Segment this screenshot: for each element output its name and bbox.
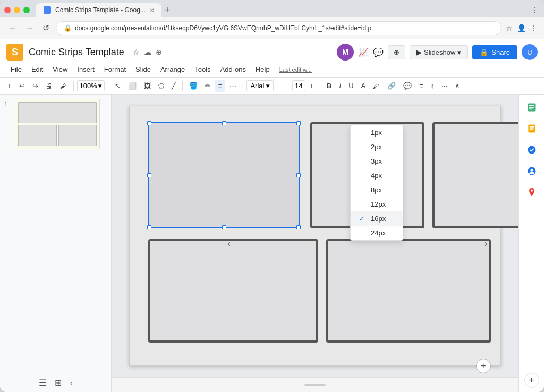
motion-icon[interactable]: M [337, 44, 354, 61]
cursor-tool[interactable]: ↖ [112, 80, 124, 92]
bookmark-icon[interactable]: ☆ [506, 24, 513, 32]
sidebar-tasks-icon[interactable] [523, 141, 540, 158]
back-button[interactable]: ← [6, 21, 19, 35]
close-button[interactable] [4, 7, 11, 13]
canvas-area: 1px 2px 3px 4px [112, 95, 518, 392]
weight-2px[interactable]: 2px [351, 140, 403, 154]
tab-close-icon[interactable]: ✕ [150, 7, 154, 13]
comic-panel-selected[interactable] [148, 122, 300, 228]
presentation-title[interactable]: Comic Strips Template [29, 47, 124, 58]
sidebar-contacts-icon[interactable] [523, 163, 540, 180]
more-button[interactable]: ··· [438, 80, 450, 92]
address-input[interactable]: 🔒 docs.google.com/presentation/d/1tkseqp… [56, 21, 502, 35]
italic-button[interactable]: I [336, 80, 345, 92]
canvas-prev-button[interactable]: ‹ [223, 234, 235, 253]
menu-format[interactable]: Format [100, 64, 130, 75]
reload-button[interactable]: ↺ [40, 21, 52, 35]
menu-addons[interactable]: Add-ons [216, 64, 250, 75]
zoom-control[interactable]: 100% ▾ [77, 80, 105, 91]
last-edit-link[interactable]: Last edit w... [279, 66, 312, 73]
svg-rect-3 [529, 109, 533, 110]
canvas-next-button[interactable]: › [480, 234, 492, 253]
bold-button[interactable]: B [324, 80, 335, 92]
border-weight-button[interactable]: ≡ [215, 80, 226, 92]
extensions-icon[interactable]: ⋮ [530, 5, 540, 15]
grid-view-button[interactable]: ⊞ [55, 378, 62, 388]
insert-button[interactable]: ⊕ [388, 45, 405, 59]
profile-icon[interactable]: 👤 [517, 24, 526, 32]
list-view-button[interactable]: ☰ [39, 378, 46, 388]
menu-icon[interactable]: ⋮ [530, 24, 538, 32]
slide-number: 1 [4, 101, 12, 107]
toolbar-separator-5 [277, 81, 277, 91]
menu-insert[interactable]: Insert [73, 64, 99, 75]
menu-edit[interactable]: Edit [27, 64, 47, 75]
user-avatar[interactable]: U [522, 44, 538, 60]
comic-panel-top-right[interactable] [432, 122, 518, 228]
menu-view[interactable]: View [48, 64, 72, 75]
undo-button[interactable]: ↩ [16, 80, 28, 92]
zoom-fit-button[interactable]: + [4, 80, 15, 92]
redo-button[interactable]: ↪ [29, 80, 41, 92]
print-button[interactable]: 🖨 [42, 80, 56, 92]
add-slide-button[interactable]: + [476, 359, 491, 373]
sidebar-maps-icon[interactable] [523, 184, 540, 201]
menu-file[interactable]: File [6, 64, 26, 75]
share-button[interactable]: 🔒 Share [472, 45, 517, 59]
shape-tool[interactable]: ⬠ [155, 80, 167, 92]
line-tool[interactable]: ╱ [168, 80, 179, 92]
svg-point-11 [530, 190, 532, 192]
zoom-label: 100% [80, 82, 97, 90]
fill-color-button[interactable]: 🪣 [186, 80, 201, 92]
chart-button[interactable]: 📈 [358, 47, 369, 57]
cloud-icon[interactable]: ☁ [144, 48, 151, 56]
weight-1px[interactable]: 1px [351, 125, 403, 140]
comic-panel-bottom-left[interactable] [148, 239, 318, 343]
font-selector[interactable]: Arial ▾ [246, 80, 274, 91]
comment-button[interactable]: 💬 [373, 47, 384, 57]
slide-thumbnail[interactable] [15, 99, 100, 149]
collapse-panel-button[interactable]: ‹ [70, 378, 73, 388]
sidebar-sheets-icon[interactable] [523, 99, 540, 116]
tab-favicon [44, 6, 51, 14]
weight-24px[interactable]: 24px [351, 226, 403, 240]
star-icon[interactable]: ☆ [133, 48, 140, 56]
text-box-tool[interactable]: ⬜ [125, 80, 140, 92]
menu-slide[interactable]: Slide [131, 64, 155, 75]
weight-3px[interactable]: 3px [351, 154, 403, 168]
maximize-button[interactable] [23, 7, 30, 13]
font-size-increase[interactable]: + [307, 80, 317, 92]
forward-button[interactable]: → [23, 21, 36, 35]
menu-arrange[interactable]: Arrange [156, 64, 189, 75]
canvas-scroll[interactable]: 1px 2px 3px 4px [112, 95, 518, 377]
highlight-button[interactable]: 🖊 [370, 80, 383, 92]
font-size-decrease[interactable]: − [280, 80, 291, 92]
sidebar-keep-icon[interactable] [523, 120, 540, 137]
menu-tools[interactable]: Tools [190, 64, 215, 75]
weight-12px[interactable]: 12px [351, 197, 403, 211]
slideshow-label: Slideshow [424, 48, 455, 56]
weight-4px[interactable]: 4px [351, 168, 403, 183]
menu-help[interactable]: Help [251, 64, 274, 75]
border-color-button[interactable]: ✏ [202, 80, 214, 92]
line-spacing-button[interactable]: ↕ [428, 80, 438, 92]
paint-button[interactable]: 🖌 [57, 80, 70, 92]
image-tool[interactable]: 🖼 [141, 80, 154, 92]
new-tab-button[interactable]: + [162, 5, 174, 15]
active-tab[interactable]: Comic Strips Template - Goog... ✕ [36, 3, 162, 17]
collapse-toolbar-button[interactable]: ∧ [452, 80, 463, 92]
slideshow-button[interactable]: ▶ Slideshow ▾ [410, 45, 468, 59]
font-size-input[interactable]: 14 [292, 80, 305, 91]
weight-16px[interactable]: ✓ 16px [351, 211, 403, 226]
align-button[interactable]: ≡ [416, 80, 427, 92]
minimize-button[interactable] [14, 7, 20, 13]
comic-panel-bottom-right[interactable] [326, 239, 491, 343]
comment-inline-button[interactable]: 💬 [400, 80, 415, 92]
weight-8px[interactable]: 8px [351, 183, 403, 197]
link-button[interactable]: 🔗 [384, 80, 399, 92]
border-dash-button[interactable]: ⋯ [226, 80, 240, 92]
font-color-button[interactable]: A [358, 80, 369, 92]
underline-button[interactable]: U [345, 80, 356, 92]
sidebar-add-button[interactable]: + [524, 373, 539, 388]
share-link-icon[interactable]: ⊕ [156, 48, 162, 56]
